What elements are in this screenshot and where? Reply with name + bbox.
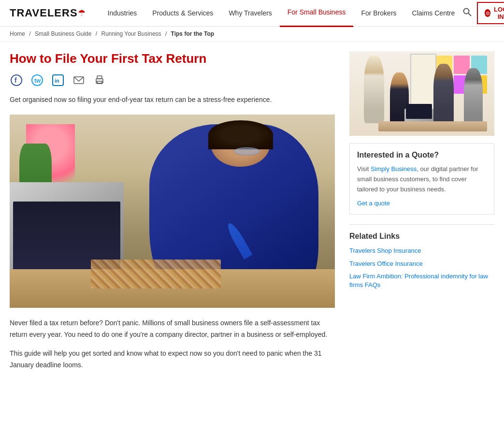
social-share-bar: f tw in: [10, 73, 335, 87]
article-hero-image: [10, 115, 335, 308]
breadcrumb-small-business-guide[interactable]: Small Business Guide: [35, 30, 91, 37]
linkedin-icon: in: [52, 74, 64, 86]
svg-text:tw: tw: [34, 77, 41, 84]
get-a-quote-link[interactable]: Get a quote: [357, 200, 390, 207]
related-link-shop-insurance[interactable]: Travelers Shop Insurance: [349, 246, 494, 255]
email-icon: [73, 74, 85, 86]
svg-rect-10: [97, 76, 102, 79]
breadcrumb-current: Tips for the Top: [171, 30, 215, 37]
quote-title: Interested in a Quote?: [357, 151, 487, 159]
related-links-list: Travelers Shop Insurance Travelers Offic…: [349, 246, 494, 289]
related-links-section: Related Links Travelers Shop Insurance T…: [349, 232, 494, 289]
search-button[interactable]: [462, 7, 472, 19]
nav-item-industries[interactable]: Industries: [100, 0, 145, 27]
facebook-share-button[interactable]: f: [10, 73, 23, 87]
svg-text:in: in: [55, 78, 59, 84]
svg-text:f: f: [14, 76, 17, 84]
article-body: Never filed a tax return before? Don't p…: [10, 318, 335, 371]
header-right: ⊙ LOG IN: [462, 2, 504, 24]
breadcrumb-running-business[interactable]: Running Your Business: [101, 30, 161, 37]
nav-item-brokers[interactable]: For Brokers: [353, 0, 404, 27]
search-icon: [462, 7, 472, 17]
print-icon: [94, 74, 105, 86]
logo-text: TRAVELERS: [10, 7, 78, 19]
sidebar-divider: [349, 224, 494, 225]
print-button[interactable]: [93, 73, 106, 87]
svg-point-0: [464, 8, 469, 14]
nav-item-why[interactable]: Why Travelers: [221, 0, 279, 27]
nav-item-products[interactable]: Products & Services: [144, 0, 221, 27]
article-title: How to File Your First Tax Return: [10, 51, 335, 66]
breadcrumb: Home / Small Business Guide / Running Yo…: [0, 27, 504, 42]
breadcrumb-home[interactable]: Home: [10, 30, 25, 37]
article-intro: Get organised now so filing your end-of-…: [10, 94, 335, 105]
login-icon: ⊙: [485, 9, 490, 17]
breadcrumb-sep-3: /: [165, 30, 167, 37]
article-paragraph-2: This guide will help you get sorted and …: [10, 348, 335, 371]
facebook-icon: f: [11, 74, 22, 86]
umbrella-icon: ☂: [78, 8, 86, 18]
article-paragraph-1: Never filed a tax return before? Don't p…: [10, 318, 335, 341]
related-links-title: Related Links: [349, 232, 494, 241]
login-button[interactable]: ⊙ LOG IN: [477, 2, 504, 24]
logo[interactable]: TRAVELERS☂: [10, 7, 86, 19]
login-label: LOG IN: [493, 6, 504, 20]
twitter-share-button[interactable]: tw: [30, 73, 44, 87]
breadcrumb-sep-2: /: [96, 30, 97, 37]
sidebar-office-image: [349, 51, 494, 136]
linkedin-share-button[interactable]: in: [51, 73, 65, 87]
email-share-button[interactable]: [72, 73, 86, 87]
quote-body: Visit Simply Business, our digital partn…: [357, 164, 487, 194]
svg-line-1: [469, 13, 472, 16]
svg-rect-11: [97, 81, 102, 84]
twitter-icon: tw: [31, 74, 43, 86]
related-link-law-firm[interactable]: Law Firm Ambition: Professional indemnit…: [349, 272, 494, 289]
main-nav: Industries Products & Services Why Trave…: [100, 0, 463, 27]
article-content: How to File Your First Tax Return f tw i…: [10, 51, 335, 378]
simply-business-link[interactable]: Simply Business: [371, 165, 417, 173]
quote-box: Interested in a Quote? Visit Simply Busi…: [349, 143, 494, 215]
main-container: How to File Your First Tax Return f tw i…: [0, 42, 504, 388]
nav-item-small-business[interactable]: For Small Business: [280, 0, 354, 27]
header: TRAVELERS☂ Industries Products & Service…: [0, 0, 504, 27]
nav-item-claims[interactable]: Claims Centre: [404, 0, 463, 27]
sidebar: Interested in a Quote? Visit Simply Busi…: [349, 51, 494, 378]
breadcrumb-sep-1: /: [29, 30, 30, 37]
related-link-office-insurance[interactable]: Travelers Office Insurance: [349, 260, 494, 268]
